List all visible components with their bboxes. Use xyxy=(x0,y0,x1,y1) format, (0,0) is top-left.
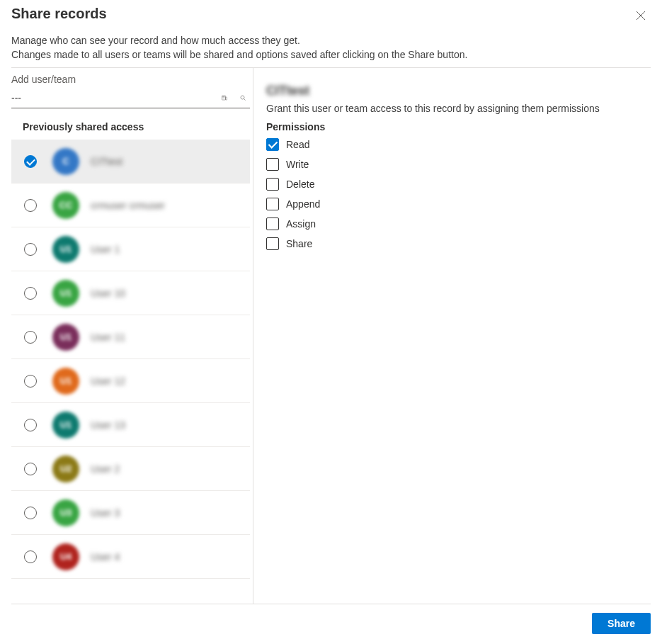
user-list[interactable]: CCITtestCCcrmuser crmuserU1User 1U1User … xyxy=(11,140,250,604)
avatar: U1 xyxy=(52,412,79,439)
user-name-label: crmuser crmuser xyxy=(91,200,165,211)
permission-checkbox[interactable] xyxy=(266,198,279,210)
dialog-body: Add user/team xyxy=(11,68,651,604)
svg-rect-2 xyxy=(224,96,224,97)
dialog-description: Manage who can see your record and how m… xyxy=(11,34,651,62)
directory-lookup-button[interactable] xyxy=(217,91,232,105)
permission-item[interactable]: Delete xyxy=(266,178,651,191)
permission-label: Append xyxy=(286,198,320,210)
dialog-footer: Share xyxy=(11,604,651,644)
permission-item[interactable]: Write xyxy=(266,158,651,171)
avatar: U1 xyxy=(52,236,79,263)
avatar: C xyxy=(52,148,79,175)
user-row[interactable]: U3User 3 xyxy=(11,491,250,535)
permission-label: Assign xyxy=(286,218,316,230)
user-name-label: CITtest xyxy=(91,156,122,167)
user-select-radio[interactable] xyxy=(24,287,37,300)
permission-item[interactable]: Append xyxy=(266,198,651,210)
permission-checkbox[interactable] xyxy=(266,138,279,151)
user-select-radio[interactable] xyxy=(24,243,37,256)
permission-label: Delete xyxy=(286,179,314,190)
close-icon xyxy=(636,11,646,21)
user-row[interactable]: U1User 11 xyxy=(11,315,250,359)
permission-checkbox[interactable] xyxy=(266,158,279,171)
add-user-input[interactable] xyxy=(11,91,217,105)
selected-user-name: CITtest xyxy=(266,84,651,98)
user-row[interactable]: CCITtest xyxy=(11,140,250,183)
user-row[interactable]: U2User 2 xyxy=(11,447,250,491)
permissions-list: ReadWriteDeleteAppendAssignShare xyxy=(266,138,651,250)
user-row[interactable]: U1User 13 xyxy=(11,403,250,447)
user-row[interactable]: U1User 10 xyxy=(11,271,250,315)
permissions-description: Grant this user or team access to this r… xyxy=(266,103,651,114)
user-row[interactable]: U1User 1 xyxy=(11,227,250,271)
user-name-label: User 13 xyxy=(91,419,125,431)
permission-item[interactable]: Assign xyxy=(266,218,651,230)
user-select-radio[interactable] xyxy=(24,419,37,431)
user-select-radio[interactable] xyxy=(24,331,37,344)
permission-label: Share xyxy=(286,238,312,249)
permission-item[interactable]: Share xyxy=(266,237,651,250)
permission-checkbox[interactable] xyxy=(266,178,279,191)
avatar: U4 xyxy=(52,543,79,570)
close-button[interactable] xyxy=(631,6,651,26)
search-row xyxy=(11,88,250,108)
share-records-dialog: Share records Manage who can see your re… xyxy=(0,0,662,644)
avatar: CC xyxy=(52,192,79,219)
svg-point-6 xyxy=(241,96,244,99)
add-user-label: Add user/team xyxy=(11,68,253,88)
directory-icon xyxy=(222,92,227,103)
right-panel: CITtest Grant this user or team access t… xyxy=(253,68,651,604)
user-name-label: User 1 xyxy=(91,244,120,255)
svg-line-7 xyxy=(244,99,246,101)
svg-rect-3 xyxy=(223,98,224,98)
user-name-label: User 2 xyxy=(91,463,120,475)
permission-checkbox[interactable] xyxy=(266,237,279,250)
user-select-radio[interactable] xyxy=(24,463,37,475)
dialog-description-line1: Manage who can see your record and how m… xyxy=(11,34,651,48)
permission-label: Write xyxy=(286,159,309,170)
user-row[interactable]: U1User 12 xyxy=(11,359,250,403)
search-icons xyxy=(217,91,250,105)
avatar: U1 xyxy=(52,324,79,351)
user-name-label: User 3 xyxy=(91,507,120,519)
dialog-title: Share records xyxy=(11,6,631,22)
user-select-radio[interactable] xyxy=(24,550,37,563)
user-select-radio[interactable] xyxy=(24,507,37,519)
user-select-radio[interactable] xyxy=(24,375,37,388)
avatar: U2 xyxy=(52,456,79,482)
user-select-radio[interactable] xyxy=(24,199,37,212)
user-name-label: User 10 xyxy=(91,288,125,299)
permissions-heading: Permissions xyxy=(266,121,651,132)
svg-rect-5 xyxy=(226,97,227,100)
dialog-header: Share records xyxy=(11,6,651,26)
user-name-label: User 12 xyxy=(91,375,125,387)
avatar: U3 xyxy=(52,499,79,526)
share-button[interactable]: Share xyxy=(592,613,651,634)
user-name-label: User 4 xyxy=(91,551,120,563)
user-row[interactable]: U4User 4 xyxy=(11,535,250,579)
user-select-radio[interactable] xyxy=(24,155,37,168)
search-icon xyxy=(240,92,246,103)
user-name-label: User 11 xyxy=(91,332,125,343)
permission-label: Read xyxy=(286,139,309,150)
svg-rect-4 xyxy=(224,98,224,98)
permission-checkbox[interactable] xyxy=(266,218,279,230)
permission-item[interactable]: Read xyxy=(266,138,651,151)
search-button[interactable] xyxy=(236,91,250,105)
left-panel: Add user/team xyxy=(11,68,253,604)
previously-shared-heading: Previously shared access xyxy=(11,108,253,140)
dialog-description-line2: Changes made to all users or teams will … xyxy=(11,48,651,62)
avatar: U1 xyxy=(52,368,79,395)
svg-rect-1 xyxy=(223,96,224,97)
user-row[interactable]: CCcrmuser crmuser xyxy=(11,183,250,227)
avatar: U1 xyxy=(52,280,79,307)
